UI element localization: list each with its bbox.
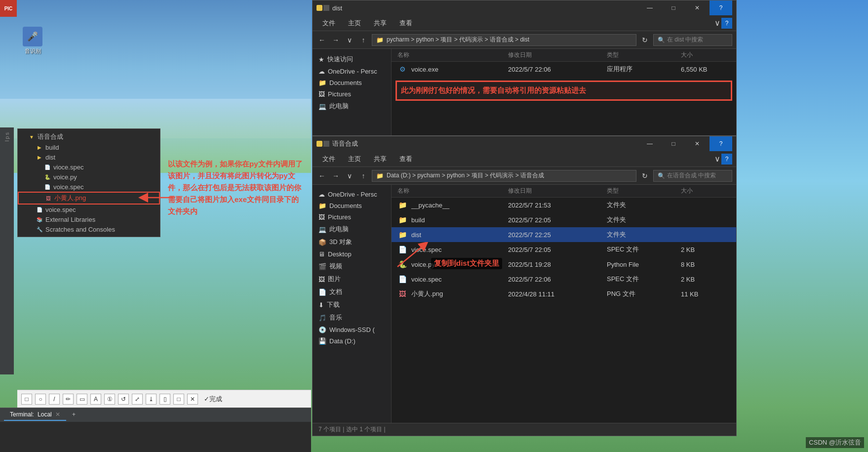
- dist-back-btn[interactable]: ←: [316, 35, 327, 45]
- tree-scratches[interactable]: 🔧 Scratches and Consoles: [18, 224, 160, 234]
- yuyin-sidebar-desktop[interactable]: 🖥 Desktop: [313, 248, 391, 260]
- document-icon: 📄: [318, 288, 326, 296]
- yuyin-ribbon-chevron[interactable]: ∨: [714, 154, 720, 164]
- yuyin-up-btn[interactable]: ↑: [358, 170, 369, 181]
- yuyin-ribbon-help[interactable]: ?: [721, 154, 732, 164]
- tool-confirm[interactable]: ✓完成: [201, 394, 225, 405]
- yuyin-file-voice-spec[interactable]: 📄 voice.spec 2022/5/7 22:06 SPEC 文件 2 KB: [392, 272, 736, 287]
- dist-sidebar-pics[interactable]: 🖼 Pictures: [313, 88, 391, 100]
- tree-dist[interactable]: ▶ dist: [18, 152, 160, 162]
- dist-maximize-btn[interactable]: □: [662, 0, 685, 15]
- terminal-x[interactable]: ✕: [55, 411, 60, 418]
- yuyin-sidebar-pc[interactable]: 💻 此电脑: [313, 223, 391, 236]
- dist-refresh-btn[interactable]: ↻: [639, 35, 650, 45]
- dist-sidebar-docs[interactable]: 📁 Documents: [313, 77, 391, 88]
- yuyin-ribbon-file[interactable]: 文件: [316, 153, 341, 165]
- dist-minimize-btn[interactable]: —: [638, 0, 661, 15]
- tree-voice-spec-root[interactable]: 📄 voice.spec: [18, 205, 160, 214]
- yuyin-ribbon-view[interactable]: 查看: [394, 153, 418, 165]
- tree-root[interactable]: ▼ 语音合成: [18, 131, 160, 142]
- tree-build[interactable]: ▶ build: [18, 142, 160, 152]
- yuyin-sidebar-pics[interactable]: 🖼 Pictures: [313, 211, 391, 223]
- tree-voice-py[interactable]: 🐍 voice.py: [18, 172, 160, 182]
- tool-shape[interactable]: ▭: [77, 394, 87, 405]
- dist-ribbon-share[interactable]: 共享: [368, 17, 393, 30]
- dist-help-btn[interactable]: ?: [710, 0, 732, 15]
- dist-ribbon-help[interactable]: ?: [721, 18, 732, 29]
- tree-ext-libs[interactable]: 📚 External Libraries: [18, 214, 160, 224]
- dist-win-controls: — □ ✕ ?: [638, 0, 732, 15]
- yuyin-file-voice-py[interactable]: 🐍 voice.py 2022/5/1 19:28 Python File 8 …: [392, 257, 736, 272]
- yuyin-minimize-btn[interactable]: —: [638, 136, 661, 151]
- yuyin-refresh-btn[interactable]: ↻: [639, 170, 650, 181]
- spec-icon-vioce-yuyin: 📄: [397, 245, 407, 254]
- dist-dropdown-btn[interactable]: ∨: [344, 35, 355, 45]
- tool-crop[interactable]: □: [173, 394, 184, 405]
- yuyin-sidebar-win-ssd[interactable]: 💿 Windows-SSD (: [313, 324, 391, 335]
- dist-sidebar-onedrive[interactable]: ☁ OneDrive - Persc: [313, 66, 391, 77]
- dist-address-path[interactable]: 📁 pycharm > python > 项目 > 代码演示 > 语音合成 > …: [372, 34, 636, 46]
- yuyin-forward-btn[interactable]: →: [330, 170, 341, 181]
- yuyin-ribbon-home[interactable]: 主页: [342, 153, 367, 165]
- desktop-icon-speech[interactable]: 🎤 音识别: [18, 25, 47, 57]
- yuyin-sidebar-onedrive[interactable]: ☁ OneDrive - Persc: [313, 189, 391, 200]
- yuyin-sidebar-docs[interactable]: 📁 Documents: [313, 200, 391, 211]
- yuyin-sidebar-images[interactable]: 🖼 图片: [313, 273, 391, 286]
- yuyin-ribbon-share[interactable]: 共享: [368, 153, 393, 165]
- yuyin-sidebar-data[interactable]: 💾 Data (D:): [313, 335, 391, 347]
- yuyin-help-btn[interactable]: ?: [710, 136, 732, 151]
- tool-line[interactable]: /: [49, 394, 60, 405]
- dist-ribbon-chevron[interactable]: ∨: [714, 18, 720, 28]
- yuyin-sidebar-music[interactable]: 🎵 音乐: [313, 311, 391, 324]
- yuyin-file-pycache[interactable]: 📁 __pycache__ 2022/5/7 21:53 文件夹: [392, 198, 736, 212]
- dist-ribbon-file[interactable]: 文件: [316, 17, 341, 30]
- yuyin-search-box[interactable]: 🔍 在语音合成 中搜索: [653, 170, 732, 182]
- tool-text[interactable]: A: [90, 394, 101, 405]
- terminal-tab-plus[interactable]: +: [66, 409, 81, 421]
- yuyin-sidebar-video[interactable]: 🎬 视频: [313, 260, 391, 273]
- terminal-local-tab[interactable]: Local: [38, 411, 52, 418]
- tool-delete[interactable]: ✕: [187, 394, 198, 405]
- yuyin-file-vioce-spec[interactable]: 📄 vioce.spec 2022/5/7 22:05 SPEC 文件 2 KB: [392, 242, 736, 257]
- terminal-bar: Terminal: Local ✕ +: [0, 408, 311, 452]
- yuyin-content: ☁ OneDrive - Persc 📁 Documents 🖼 Picture…: [313, 185, 736, 423]
- terminal-tab-main[interactable]: Terminal: Local ✕: [4, 409, 66, 421]
- dist-ribbon-view[interactable]: 查看: [394, 17, 418, 30]
- yuyin-dropdown-btn[interactable]: ∨: [344, 170, 355, 181]
- folder-icon-dist-yuyin: 📁: [397, 230, 407, 240]
- tool-mosaic[interactable]: ▯: [159, 394, 170, 405]
- tool-pencil[interactable]: ✏: [63, 394, 74, 405]
- tool-download[interactable]: ⤓: [146, 394, 157, 405]
- tree-voice-spec[interactable]: 📄 voice.spec: [18, 182, 160, 192]
- yuyin-close-btn[interactable]: ✕: [686, 136, 709, 151]
- dist-sidebar: ★ 快速访问 ☁ OneDrive - Persc 📁 Documents 🖼 …: [313, 49, 392, 135]
- yuyin-file-xiaohgr[interactable]: 🖼 小黄人.png 2022/4/28 11:11 PNG 文件 11 KB: [392, 287, 736, 301]
- ide-sidebar: Ips: [0, 127, 14, 374]
- yuyin-sidebar-documents[interactable]: 📄 文档: [313, 286, 391, 298]
- tool-rect[interactable]: □: [21, 394, 32, 405]
- tool-circle[interactable]: ○: [35, 394, 46, 405]
- dist-sidebar-quickaccess[interactable]: ★ 快速访问: [313, 53, 391, 66]
- pc-icon-dist: 💻: [318, 103, 326, 110]
- yuyin-back-btn[interactable]: ←: [316, 170, 327, 181]
- tree-xiaohgr-png[interactable]: 🖼 小黄人.png: [18, 192, 160, 205]
- dist-search-box[interactable]: 🔍 在 dist 中搜索: [653, 34, 732, 46]
- dist-close-btn[interactable]: ✕: [686, 0, 709, 15]
- yuyin-file-build[interactable]: 📁 build 2022/5/7 22:05 文件夹: [392, 212, 736, 227]
- yuyin-sidebar-3d[interactable]: 📦 3D 对象: [313, 236, 391, 248]
- dist-ribbon-home[interactable]: 主页: [342, 17, 367, 30]
- yuyin-file-dist[interactable]: 📁 dist 2022/5/7 22:25 文件夹: [392, 227, 736, 242]
- tool-undo[interactable]: ↺: [118, 394, 129, 405]
- yuyin-maximize-btn[interactable]: □: [662, 136, 685, 151]
- tool-resize[interactable]: ⤢: [132, 394, 143, 405]
- yuyin-sidebar-downloads[interactable]: ⬇ 下载: [313, 298, 391, 311]
- dist-forward-btn[interactable]: →: [330, 35, 341, 45]
- tool-num[interactable]: ①: [104, 394, 115, 405]
- yuyin-files-header: 名称 修改日期 类型 大小: [392, 185, 736, 198]
- dist-file-voice-exe[interactable]: ⚙ voice.exe 2022/5/7 22:06 应用程序 6,550 KB: [392, 62, 736, 77]
- dist-sidebar-pc[interactable]: 💻 此电脑: [313, 100, 391, 113]
- dist-up-btn[interactable]: ↑: [358, 35, 369, 45]
- yuyin-address-path[interactable]: 📁 Data (D:) > pycharm > python > 项目 > 代码…: [372, 170, 636, 182]
- tree-vioce-spec[interactable]: 📄 vioce.spec: [18, 162, 160, 172]
- ide-sidebar-label: Ips: [4, 131, 10, 142]
